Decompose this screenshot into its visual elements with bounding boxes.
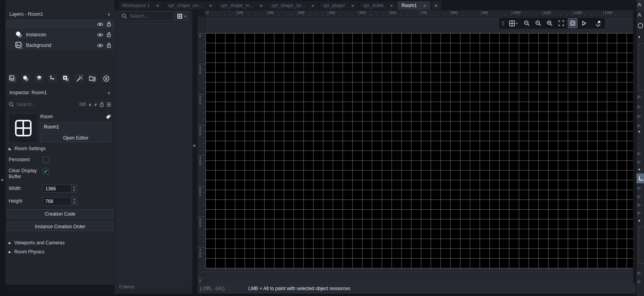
tab-close-icon[interactable]: ×	[351, 3, 355, 9]
tree-expanded-icon[interactable]: ▼	[638, 35, 641, 39]
grid-settings-button[interactable]: ▾	[507, 19, 520, 28]
room-grid-canvas[interactable]	[205, 33, 633, 268]
lock-icon[interactable]	[106, 43, 111, 48]
visibility-eye-icon[interactable]	[97, 33, 103, 37]
tree-collapsed-icon[interactable]: ▷	[638, 186, 641, 190]
right-dock-panel-edge[interactable]: AA▼▷▷▷▷▼▷▷▼▷▷▷▷▼▷▷	[636, 0, 644, 296]
zoom-reset-button[interactable]	[534, 19, 543, 28]
tab-spr-shape-lar[interactable]: spr_shape_lar...×	[267, 1, 318, 10]
ruler-tick	[554, 15, 555, 16]
lock-icon[interactable]	[106, 32, 111, 37]
collapse-left-panel-button[interactable]: «	[1, 177, 4, 182]
play-room-button[interactable]	[579, 19, 589, 28]
visibility-eye-icon[interactable]	[97, 22, 103, 26]
height-value[interactable]: 768	[43, 197, 71, 205]
tab-spr-shape-m[interactable]: spr_shape_m...×	[217, 1, 267, 10]
tab-close-icon[interactable]: ×	[209, 3, 212, 9]
new-asset-layer-button[interactable]	[60, 73, 71, 84]
room-physics-section-toggle[interactable]: ▶ Room Physics	[9, 249, 45, 255]
hamburger-menu-icon[interactable]: ☰	[106, 102, 111, 108]
add-editor-tab-button[interactable]: +	[431, 1, 441, 10]
tree-collapsed-icon[interactable]: ▷	[638, 210, 641, 215]
zoom-in-button[interactable]	[545, 19, 554, 28]
tab-room1[interactable]: Room1×	[398, 1, 430, 10]
lock-inspector-icon[interactable]	[99, 102, 104, 107]
new-path-layer-button[interactable]	[47, 73, 58, 84]
tree-expanded-icon[interactable]: ▼	[638, 168, 641, 171]
tree-collapsed-icon[interactable]: ▷	[638, 203, 641, 207]
room-canvas-area[interactable]: 0100200300400500600700800900100011001200…	[198, 10, 633, 283]
inspector-section-header[interactable]: Inspector: Room1 ∨	[6, 88, 114, 97]
delete-layer-button[interactable]	[101, 73, 112, 84]
new-effect-layer-button[interactable]	[74, 73, 85, 84]
tab-close-icon[interactable]: ×	[390, 3, 393, 9]
tree-collapsed-icon[interactable]: ▷	[638, 95, 641, 99]
tree-collapsed-icon[interactable]: ▷	[638, 279, 641, 284]
tab-spr-shape-sm[interactable]: spr_shape_sm...×	[164, 1, 216, 10]
tree-expanded-icon[interactable]: ▼	[638, 130, 641, 134]
tab-close-icon[interactable]: ×	[311, 3, 314, 9]
tab-close-icon[interactable]: ×	[423, 3, 426, 9]
new-layer-folder-button[interactable]	[87, 73, 98, 84]
tree-collapsed-icon[interactable]: ▷	[638, 271, 641, 275]
width-value[interactable]: 1366	[43, 185, 71, 192]
toolbar-drag-handle[interactable]	[502, 21, 504, 25]
ruler-label: 0	[199, 34, 201, 37]
room-settings-section-toggle[interactable]: ◣ Room Settings	[9, 146, 46, 151]
ruler-tick	[203, 58, 205, 58]
tree-collapsed-icon[interactable]: ▷	[638, 123, 641, 128]
room-name-field[interactable]: Room1	[40, 122, 111, 132]
tree-collapsed-icon[interactable]: ▷	[638, 104, 641, 109]
tree-collapsed-icon[interactable]: ▷	[638, 160, 641, 164]
chevron-down-icon[interactable]: ∨	[107, 90, 110, 95]
zoom-out-button[interactable]	[522, 19, 532, 28]
chevron-down-icon[interactable]: ∨	[107, 12, 110, 17]
instance-creation-order-button[interactable]: Instance Creation Order	[7, 222, 113, 231]
collapse-asset-panel-button[interactable]: «	[193, 142, 196, 148]
stepper-down-icon[interactable]: ▼	[71, 201, 77, 205]
search-prev-button[interactable]: ∧	[88, 102, 91, 107]
viewports-section-toggle[interactable]: ▶ Viewports and Cameras	[9, 240, 65, 246]
width-stepper[interactable]: 1366 ▲ ▼	[43, 184, 77, 193]
asset-list[interactable]	[118, 23, 189, 284]
tag-icon[interactable]	[105, 114, 111, 120]
stepper-down-icon[interactable]: ▼	[71, 189, 77, 193]
height-stepper[interactable]: 768 ▲ ▼	[43, 197, 77, 205]
layer-row-background[interactable]: Background	[6, 40, 114, 51]
stepper-up-icon[interactable]: ▲	[71, 197, 77, 201]
ruler-tick	[205, 10, 206, 16]
tab-close-icon[interactable]: ×	[259, 3, 263, 9]
layers-section-header[interactable]: Layers - Room1 ∨	[6, 10, 114, 19]
stepper-up-icon[interactable]: ▲	[71, 185, 77, 189]
paint-mode-button[interactable]	[593, 19, 603, 28]
stepper-arrows[interactable]: ▲ ▼	[71, 197, 77, 205]
asset-search-box[interactable]: Search...	[118, 11, 174, 21]
creation-code-button[interactable]: Creation Code	[7, 209, 113, 218]
new-tile-layer-button[interactable]	[34, 73, 45, 84]
open-editor-button[interactable]: Open Editor	[40, 133, 111, 142]
tree-collapsed-icon[interactable]: ▷	[638, 114, 641, 118]
stepper-arrows[interactable]: ▲ ▼	[71, 185, 77, 192]
inspector-search-input[interactable]: Search...	[17, 102, 35, 107]
tree-collapsed-icon[interactable]: ▷	[638, 194, 641, 199]
tab-workspace-1[interactable]: Workspace 1×	[118, 1, 163, 10]
visibility-eye-icon[interactable]	[97, 43, 103, 48]
fit-to-screen-button[interactable]	[556, 19, 566, 28]
tree-expanded-icon[interactable]: ▼	[638, 219, 641, 223]
selected-tree-item[interactable]	[637, 173, 644, 183]
persistent-checkbox[interactable]	[43, 156, 49, 163]
tree-collapsed-icon[interactable]: ▷	[638, 151, 641, 156]
show-room-frame-button[interactable]	[568, 19, 577, 28]
tab-spr-bullet[interactable]: spr_bullet×	[359, 1, 397, 10]
search-icon[interactable]	[638, 23, 643, 28]
tab-close-icon[interactable]: ×	[156, 3, 159, 9]
new-background-layer-button[interactable]	[7, 73, 18, 84]
view-mode-button[interactable]: ▾	[175, 11, 189, 21]
new-instance-layer-button[interactable]	[20, 73, 31, 84]
asset-search-input[interactable]: Search...	[130, 13, 149, 19]
lock-icon[interactable]	[106, 21, 111, 27]
search-next-button[interactable]: ∨	[94, 102, 97, 107]
tab-spr-player[interactable]: spr_player×	[319, 1, 358, 10]
clear-display-buffer-checkbox[interactable]: ✓	[43, 168, 49, 175]
layer-row-instances[interactable]: Instances	[6, 30, 114, 40]
